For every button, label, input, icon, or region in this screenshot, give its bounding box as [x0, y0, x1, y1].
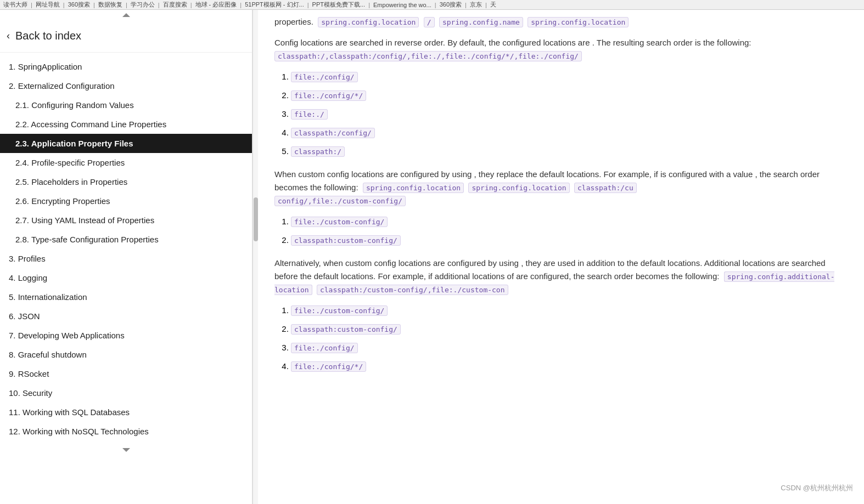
code-spring-config-location-2: spring.config.location — [528, 17, 629, 27]
list-code: classpath:/ — [291, 146, 345, 157]
list-custom-locations: file:./custom-config/classpath:custom-co… — [291, 215, 848, 247]
browser-tab-item: 网址导航 — [36, 1, 60, 9]
svg-marker-0 — [122, 13, 130, 17]
code-spring-config-location-1: spring.config.location — [318, 17, 419, 27]
para-custom-locations: When custom config locations are configu… — [274, 168, 848, 207]
list-item: file:./config/*/ — [291, 360, 848, 373]
list-additional-locations: file:./custom-config/classpath:custom-co… — [291, 304, 848, 373]
para-properties: properties. spring.config.location / spr… — [274, 15, 848, 29]
sidebar-item-s2-1[interactable]: 2.1. Configuring Random Values — [0, 95, 252, 115]
browser-tab-item: 地球 - 必应图像 — [195, 1, 237, 9]
list-code: file:./config/*/ — [291, 361, 366, 372]
code-spring-config-name: spring.config.name — [439, 17, 523, 27]
sidebar-item-s5[interactable]: 5. Internationalization — [0, 287, 252, 307]
sidebar-item-s7[interactable]: 7. Developing Web Applications — [0, 326, 252, 345]
back-arrow-icon: ‹ — [7, 30, 10, 42]
sidebar-item-s2-8[interactable]: 2.8. Type-safe Configuration Properties — [0, 230, 252, 249]
list-code: file:./config/ — [291, 343, 358, 353]
list-item: file:./config/ — [291, 341, 848, 354]
sidebar-item-s10[interactable]: 10. Security — [0, 383, 252, 403]
list-code: file:./custom-config/ — [291, 217, 388, 227]
sidebar-item-s3[interactable]: 3. Profiles — [0, 249, 252, 268]
sidebar-item-s12[interactable]: 12. Working with NoSQL Technologies — [0, 422, 252, 441]
browser-tab-item: 51PPT模板网 - 幻灯... — [245, 1, 304, 9]
browser-tab-item: 读书大师 — [3, 1, 27, 9]
scroll-up-indicator[interactable] — [0, 10, 252, 20]
list-code: file:./config/ — [291, 72, 358, 82]
code-spring-config-location-3: spring.config.location — [363, 183, 464, 193]
code-spring-config-location-4: spring.config.location — [468, 183, 569, 193]
browser-tab-item: 360搜索 — [440, 1, 462, 9]
para-config-locations: Config locations are searched in reverse… — [274, 36, 848, 63]
sidebar-back-button[interactable]: ‹ Back to index — [0, 20, 252, 53]
sidebar-item-s2-5[interactable]: 2.5. Placeholders in Properties — [0, 172, 252, 191]
list-item: file:./custom-config/ — [291, 304, 848, 317]
list-item: file:./config/*/ — [291, 89, 848, 102]
sidebar-item-s2-3[interactable]: 2.3. Application Property Files — [0, 134, 252, 153]
list-code: file:./ — [291, 109, 328, 120]
browser-tab-item: 百度搜索 — [163, 1, 187, 9]
sidebar-item-s2-7[interactable]: 2.7. Using YAML Instead of Properties — [0, 211, 252, 230]
browser-tab-item: PPT模板免费下载... — [312, 1, 366, 9]
main-content: properties. spring.config.location / spr… — [274, 15, 848, 373]
watermark: CSDN @杭州杭州杭州 — [781, 483, 853, 493]
list-item: classpath:custom-config/ — [291, 322, 848, 336]
sidebar-item-s2-4[interactable]: 2.4. Profile-specific Properties — [0, 153, 252, 172]
browser-tab-item: Empowering the wo... — [373, 2, 431, 8]
browser-tab-item: 数据恢复 — [98, 1, 122, 9]
sidebar-item-s4[interactable]: 4. Logging — [0, 268, 252, 287]
scrollbar-thumb[interactable] — [254, 197, 258, 241]
list-item: file:./custom-config/ — [291, 215, 848, 228]
list-item: file:./ — [291, 107, 848, 121]
list-item: classpath:custom-config/ — [291, 234, 848, 247]
svg-marker-1 — [122, 448, 130, 452]
list-code: file:./config/*/ — [291, 90, 366, 101]
list-code: classpath:custom-config/ — [291, 324, 401, 335]
list-item: classpath:/config/ — [291, 126, 848, 139]
browser-tab-item: 京东 — [470, 1, 482, 9]
list-item: classpath:/ — [291, 145, 848, 158]
scroll-down-indicator[interactable] — [0, 445, 252, 455]
code-slash: / — [424, 17, 435, 27]
sidebar-item-s9[interactable]: 9. RSocket — [0, 364, 252, 383]
sidebar-scrollbar[interactable] — [253, 10, 258, 504]
sidebar-item-s2-2[interactable]: 2.2. Accessing Command Line Properties — [0, 115, 252, 134]
list-code: file:./custom-config/ — [291, 305, 388, 316]
browser-tab-item: 学习办公 — [131, 1, 155, 9]
sidebar-item-s2-6[interactable]: 2.6. Encrypting Properties — [0, 191, 252, 211]
list-code: classpath:/config/ — [291, 128, 375, 138]
list-code: classpath:custom-config/ — [291, 235, 401, 246]
sidebar-item-s6[interactable]: 6. JSON — [0, 307, 252, 326]
code-config-file-custom: config/,file:./custom-config/ — [274, 196, 406, 206]
code-classpath-list: classpath:/,classpath:/config/,file:./,f… — [274, 51, 582, 61]
code-classpath-custom: classpath:/cu — [574, 183, 637, 193]
sidebar-item-s1[interactable]: 1. SpringApplication — [0, 57, 252, 76]
sidebar-item-s8[interactable]: 8. Graceful shutdown — [0, 345, 252, 364]
browser-tab-item: 360搜索 — [68, 1, 90, 9]
browser-tab-item: 天 — [490, 1, 496, 9]
list-default-locations: file:./config/file:./config/*/file:./cla… — [291, 70, 848, 158]
para-additional-locations: Alternatively, when custom config locati… — [274, 257, 848, 296]
sidebar-item-s11[interactable]: 11. Working with SQL Databases — [0, 403, 252, 422]
sidebar-back-label: Back to index — [15, 30, 81, 42]
list-item: file:./config/ — [291, 70, 848, 83]
code-classpath-custom-file: classpath:/custom-config/,file:./custom-… — [317, 285, 508, 295]
sidebar-item-s2[interactable]: 2. Externalized Configuration — [0, 76, 252, 95]
